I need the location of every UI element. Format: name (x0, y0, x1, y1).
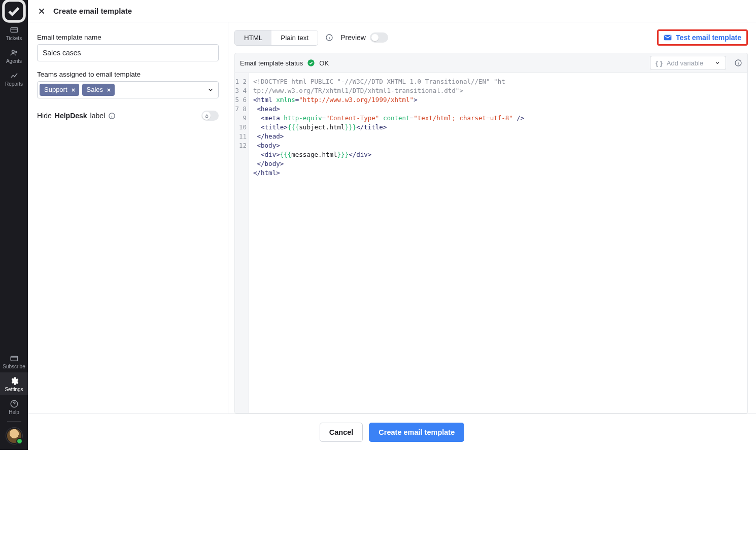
editor-column: HTML Plain text Preview Test email templ… (228, 22, 756, 414)
tab-html[interactable]: HTML (235, 30, 271, 45)
page-header: Create email template (28, 0, 756, 22)
user-avatar[interactable] (7, 429, 21, 443)
editor-status-bar: Email template status OK { } Add variabl… (234, 53, 748, 73)
template-name-input[interactable] (37, 44, 219, 61)
footer-bar: Cancel Create email template (28, 414, 756, 450)
hide-label-post: label (90, 112, 106, 120)
lock-icon (204, 114, 209, 118)
close-icon[interactable] (37, 7, 46, 16)
tab-plain-text[interactable]: Plain text (271, 30, 318, 45)
teams-multiselect[interactable]: Support Sales (37, 81, 219, 98)
code-editor[interactable]: 1 2 3 4 5 6 7 8 9 10 11 12 <!DOCTYPE htm… (234, 73, 748, 414)
info-icon[interactable] (325, 33, 333, 42)
rail-subscribe-label: Subscribe (3, 364, 25, 369)
info-icon[interactable] (108, 112, 116, 120)
chevron-down-icon (207, 86, 214, 93)
info-icon[interactable] (734, 59, 742, 67)
hide-label-pre: Hide (37, 112, 52, 120)
status-label: Email template status (240, 59, 303, 67)
svg-rect-4 (11, 356, 18, 361)
rail-subscribe[interactable]: Subscribe (0, 350, 28, 372)
rail-reports[interactable]: Reports (0, 67, 28, 90)
rail-reports-label: Reports (5, 81, 23, 87)
rail-settings[interactable]: Settings (0, 372, 28, 395)
team-chip: Support (40, 84, 79, 96)
svg-rect-1 (11, 28, 18, 32)
create-template-button[interactable]: Create email template (369, 423, 464, 442)
team-chip-label: Support (44, 85, 67, 94)
preview-toggle[interactable] (370, 32, 388, 43)
rail-divider (7, 421, 21, 422)
test-email-template-button[interactable]: Test email template (657, 29, 748, 46)
page-title: Create email template (53, 7, 132, 15)
rail-help[interactable]: Help (0, 395, 28, 418)
rail-agents-label: Agents (6, 58, 22, 64)
chevron-down-icon (714, 60, 720, 66)
svg-point-3 (15, 51, 17, 53)
add-variable-dropdown[interactable]: { } Add variable (650, 56, 726, 70)
team-chip-label: Sales (87, 85, 104, 94)
rail-agents[interactable]: Agents (0, 44, 28, 67)
team-chip: Sales (82, 84, 115, 96)
teams-label: Teams assigned to email template (37, 71, 219, 78)
form-column: Email template name Teams assigned to em… (28, 22, 228, 414)
mail-icon (664, 34, 672, 41)
gutter: 1 2 3 4 5 6 7 8 9 10 11 12 (235, 73, 249, 413)
name-label: Email template name (37, 33, 219, 41)
svg-point-2 (12, 50, 14, 53)
rail-tickets-label: Tickets (6, 36, 22, 41)
format-segment: HTML Plain text (234, 30, 318, 46)
code-area[interactable]: <!DOCTYPE html PUBLIC "-//W3C//DTD XHTML… (249, 73, 747, 413)
cancel-button[interactable]: Cancel (320, 423, 363, 442)
test-email-template-label: Test email template (676, 33, 741, 42)
app-logo-icon (0, 0, 28, 21)
rail-tickets[interactable]: Tickets (0, 21, 28, 44)
rail-settings-label: Settings (5, 387, 23, 392)
hide-label-toggle[interactable] (201, 111, 219, 121)
rail-help-label: Help (9, 409, 19, 415)
status-ok-icon (307, 59, 315, 67)
preview-label: Preview (340, 33, 366, 42)
svg-rect-7 (205, 116, 208, 117)
braces-icon: { } (656, 59, 663, 67)
hide-label-bold: HelpDesk (55, 112, 87, 120)
left-rail: Tickets Agents Reports Subscribe Setting… (0, 0, 28, 450)
add-variable-placeholder: Add variable (667, 59, 703, 67)
chip-remove-icon[interactable] (106, 87, 112, 93)
status-value: OK (319, 59, 329, 67)
chip-remove-icon[interactable] (71, 87, 76, 93)
